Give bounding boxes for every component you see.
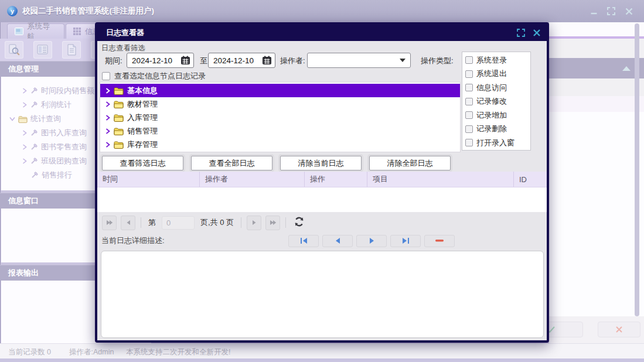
record-first-button[interactable]: [288, 235, 319, 247]
vertical-scrollbar[interactable]: [635, 23, 639, 316]
restore-icon[interactable]: [606, 6, 616, 16]
separator: [241, 217, 241, 228]
date-from-input[interactable]: 2024-12-10: [127, 53, 194, 68]
dropdown-arrow-icon: [400, 59, 406, 62]
prev-page-button[interactable]: [121, 216, 135, 230]
chevron-right-icon[interactable]: [105, 128, 110, 134]
operation-type-option[interactable]: 信息访问: [465, 81, 530, 95]
checkbox[interactable]: [465, 84, 473, 91]
page-total-label: 页,共 0 页: [200, 217, 234, 228]
tree-node-textbook-mgmt[interactable]: 教材管理: [100, 97, 460, 111]
view-all-logs-button[interactable]: 查看全部日志: [191, 156, 272, 170]
folder-icon: [18, 115, 28, 123]
tab-system-navigation[interactable]: 系统导航: [7, 23, 64, 39]
tree-node-label: 销售管理: [127, 126, 158, 136]
log-detail-textarea[interactable]: [101, 251, 544, 338]
detail-label: 当前日志详细描述:: [101, 235, 165, 246]
chevron-right-icon: [22, 158, 27, 164]
last-page-button[interactable]: [265, 216, 280, 230]
dialog-close-icon[interactable]: [532, 29, 541, 37]
tree-node-inbound-mgmt[interactable]: 入库管理: [100, 111, 460, 124]
chevron-right-icon: [22, 102, 27, 108]
checkbox[interactable]: [465, 111, 473, 119]
document-button[interactable]: [62, 41, 81, 59]
form-icon: [36, 43, 49, 56]
column-header-time[interactable]: 时间: [97, 172, 200, 187]
sidebar-item-label: 销售排行: [42, 170, 72, 180]
sidebar-item-label: 图书零售查询: [41, 142, 87, 152]
operation-type-option[interactable]: 系统登录: [465, 53, 530, 67]
first-page-button[interactable]: [102, 216, 117, 230]
folder-icon: [114, 87, 124, 95]
minimize-icon[interactable]: [589, 6, 598, 16]
tree-node-sales-mgmt[interactable]: 销售管理: [100, 124, 460, 138]
dialog-title: 日志查看器: [106, 28, 144, 38]
cancel-button[interactable]: [598, 322, 640, 337]
chevron-right-icon[interactable]: [105, 101, 110, 107]
checkbox[interactable]: [465, 70, 473, 78]
clear-current-logs-button[interactable]: 清除当前日志: [280, 156, 362, 170]
operation-type-option[interactable]: 系统退出: [465, 67, 530, 81]
period-label: 期间:: [105, 56, 122, 66]
tree-node-label: 入库管理: [127, 112, 158, 123]
calendar-icon[interactable]: [262, 56, 272, 65]
record-count: 当前记录数 0: [8, 347, 51, 357]
operation-type-option[interactable]: 记录删除: [465, 122, 530, 136]
record-delete-button[interactable]: [424, 235, 455, 247]
dialog-maximize-icon[interactable]: [516, 29, 525, 37]
calendar-icon[interactable]: [180, 56, 190, 65]
chevron-right-icon[interactable]: [105, 88, 110, 94]
next-page-button[interactable]: [247, 216, 261, 230]
search-button[interactable]: [5, 41, 23, 59]
collapse-up-icon[interactable]: [622, 66, 631, 71]
view-filtered-logs-button[interactable]: 查看筛选日志: [102, 156, 183, 170]
node-filter-checkbox-row[interactable]: 查看选定信息节点日志记录: [102, 71, 206, 81]
status-message: 本系统支持二次开发和全新开发!: [126, 347, 230, 357]
column-header-operation[interactable]: 操作: [305, 172, 367, 187]
tool-icon: [30, 171, 39, 179]
close-icon[interactable]: [624, 6, 633, 16]
chevron-right-icon[interactable]: [105, 115, 110, 121]
window-bottom-edge: [0, 358, 644, 362]
operator-select[interactable]: [307, 53, 411, 68]
tree-node-basic-info[interactable]: 基本信息: [100, 84, 460, 97]
operation-type-list: 系统登录 系统退出 信息访问 记录修改 记录增加 记录删除 打开录入窗: [462, 52, 531, 151]
tool-icon: [30, 129, 38, 137]
document-icon: [65, 43, 78, 56]
date-to-input[interactable]: 2024-12-10: [208, 53, 275, 68]
checkbox[interactable]: [465, 98, 473, 105]
tree-node-label: 基本信息: [127, 86, 158, 96]
chevron-right-icon[interactable]: [105, 142, 110, 148]
column-header-id[interactable]: ID: [514, 172, 547, 187]
checkbox[interactable]: [465, 56, 473, 64]
detail-toolbar: 当前日志详细描述:: [97, 233, 547, 248]
checkbox[interactable]: [102, 72, 110, 80]
content-strip: [549, 96, 644, 112]
operation-type-option[interactable]: 记录增加: [465, 108, 530, 122]
titlebar: y 校园二手书销售管理系统(非注册用户): [0, 0, 644, 22]
clear-all-logs-button[interactable]: 清除全部日志: [369, 156, 451, 170]
tool-icon: [30, 143, 38, 151]
refresh-button[interactable]: [294, 216, 305, 229]
chevron-right-icon: [22, 144, 27, 150]
record-next-button[interactable]: [356, 235, 387, 247]
tree-node-inventory-mgmt[interactable]: 库存管理: [100, 138, 460, 151]
to-label: 至: [200, 56, 207, 66]
record-last-button[interactable]: [390, 235, 421, 247]
checkbox[interactable]: [465, 139, 473, 146]
column-header-item[interactable]: 项目: [367, 172, 514, 187]
tool-icon: [30, 157, 38, 165]
app-icon: y: [7, 6, 18, 16]
record-prev-button[interactable]: [322, 235, 353, 247]
checkbox[interactable]: [465, 125, 473, 133]
form-view-button[interactable]: [33, 41, 52, 59]
page-number-input[interactable]: [162, 216, 195, 230]
column-header-operator[interactable]: 操作者: [200, 172, 305, 187]
operation-type-label: 操作类型:: [421, 56, 454, 66]
operation-type-option[interactable]: 记录修改: [465, 95, 530, 109]
operation-type-option[interactable]: 打开录入窗: [465, 136, 530, 150]
chevron-down-icon: [9, 117, 15, 121]
separator: [285, 217, 286, 228]
action-button-row: 查看筛选日志 查看全部日志 清除当前日志 清除全部日志: [102, 156, 451, 170]
operator-label: 操作者:: [280, 56, 305, 66]
